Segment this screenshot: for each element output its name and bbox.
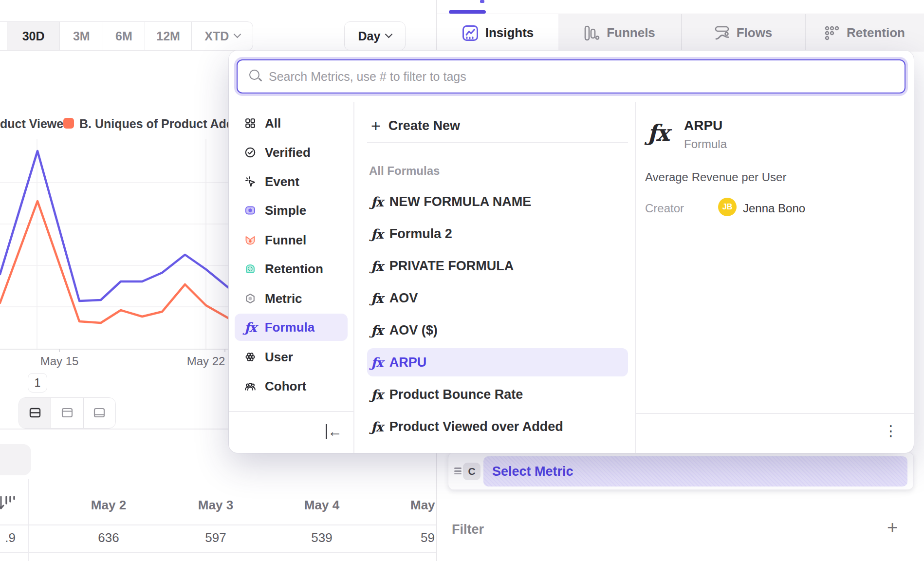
toolbar-icon-partial bbox=[480, 0, 484, 3]
formula-fx-icon: ƒx bbox=[371, 291, 383, 306]
metric-hexagon-icon bbox=[244, 293, 256, 304]
breakdown-tab-partial[interactable] bbox=[0, 444, 31, 475]
category-cohort[interactable]: Cohort bbox=[235, 373, 348, 400]
tab-funnels[interactable]: Funnels bbox=[558, 14, 681, 52]
layout-toggle-group bbox=[18, 397, 116, 429]
category-metric[interactable]: Metric bbox=[235, 285, 348, 312]
table-cell-partial: 59 bbox=[421, 530, 437, 545]
time-range-option-partial[interactable] bbox=[0, 22, 7, 50]
creator-avatar: JB bbox=[718, 198, 737, 216]
select-metric-label: Select Metric bbox=[492, 464, 573, 479]
create-new-button[interactable]: + Create New bbox=[367, 112, 628, 139]
category-label: User bbox=[265, 350, 293, 365]
category-label: Cohort bbox=[265, 379, 306, 394]
time-range-option-12m[interactable]: 12M bbox=[145, 22, 192, 50]
tab-flows[interactable]: Flows bbox=[681, 14, 805, 52]
formula-name: AOV bbox=[389, 291, 418, 306]
drag-handle-icon[interactable] bbox=[454, 466, 462, 476]
category-label: Event bbox=[265, 174, 299, 189]
tab-retention[interactable]: Retention bbox=[805, 14, 924, 52]
formulas-section-header: All Formulas bbox=[369, 164, 440, 178]
category-retention[interactable]: Retention bbox=[235, 255, 348, 282]
insights-chart-icon bbox=[462, 25, 479, 41]
category-label: Retention bbox=[265, 262, 323, 277]
picker-column-divider bbox=[635, 102, 636, 453]
kebab-menu-button[interactable]: ⋮ bbox=[880, 420, 902, 441]
category-all[interactable]: All bbox=[235, 110, 348, 137]
chevron-down-icon bbox=[234, 30, 241, 38]
category-formula[interactable]: ƒx Formula bbox=[235, 314, 348, 341]
layout-chart-view-button[interactable] bbox=[51, 398, 83, 428]
search-icon bbox=[249, 70, 259, 80]
formula-name: ARPU bbox=[389, 355, 427, 370]
table-cell: 636 bbox=[70, 530, 148, 545]
funnels-bars-icon bbox=[584, 25, 600, 41]
category-funnel[interactable]: Funnel bbox=[235, 226, 348, 254]
formula-fx-icon-large: ƒx bbox=[647, 120, 668, 146]
cohort-people-icon bbox=[244, 380, 256, 392]
table-header-may2[interactable]: May 2 bbox=[70, 498, 148, 513]
legend-item-b-label[interactable]: B. Uniques of Product Add bbox=[79, 117, 234, 131]
formula-name: Product Viewed over Added bbox=[389, 419, 563, 434]
clause-letter-badge[interactable]: C bbox=[463, 463, 480, 480]
pagination-page-1-button[interactable]: 1 bbox=[28, 373, 47, 393]
collapse-sidebar-button[interactable]: ← bbox=[323, 421, 345, 442]
formula-item[interactable]: ƒx AOV bbox=[367, 284, 628, 312]
time-range-option-6m[interactable]: 6M bbox=[103, 22, 145, 50]
detail-type: Formula bbox=[684, 137, 727, 151]
formula-name: NEW FORMULA NAME bbox=[389, 194, 531, 209]
formula-fx-icon: ƒx bbox=[371, 194, 383, 209]
layout-table-view-button[interactable] bbox=[84, 398, 115, 428]
formula-item[interactable]: ƒx Formula 2 bbox=[367, 220, 628, 248]
category-simple[interactable]: Simple bbox=[235, 197, 348, 224]
retention-arch-icon bbox=[244, 263, 256, 275]
metric-search-input[interactable] bbox=[269, 60, 897, 93]
table-header-may4[interactable]: May 4 bbox=[283, 498, 361, 513]
time-range-option-30d[interactable]: 30D bbox=[7, 22, 60, 50]
formula-item[interactable]: ƒx NEW FORMULA NAME bbox=[367, 187, 628, 216]
metric-search-box bbox=[237, 59, 906, 94]
formula-item[interactable]: ƒx PRIVATE FORMULA bbox=[367, 252, 628, 280]
table-row-divider bbox=[0, 552, 437, 553]
formula-item[interactable]: ƒx Product Bounce Rate bbox=[367, 380, 628, 409]
chart-view-icon bbox=[61, 407, 74, 419]
funnel-icon bbox=[244, 234, 256, 246]
category-verified[interactable]: Verified bbox=[235, 139, 348, 166]
formula-item-selected[interactable]: ƒx ARPU bbox=[367, 348, 628, 376]
category-user[interactable]: User bbox=[235, 343, 348, 371]
formula-name: Formula 2 bbox=[389, 226, 452, 242]
detail-footer-divider bbox=[635, 413, 914, 414]
creator-name: Jenna Bono bbox=[743, 202, 805, 215]
filter-section-label: Filter bbox=[452, 522, 484, 537]
x-axis-label: May 15 bbox=[35, 355, 84, 368]
table-header-partial[interactable]: May bbox=[410, 498, 437, 513]
series-line bbox=[0, 151, 230, 301]
table-column-divider bbox=[28, 479, 29, 561]
line-chart bbox=[0, 139, 234, 352]
formula-item[interactable]: ƒx AOV ($) bbox=[367, 316, 628, 344]
time-range-option-3m[interactable]: 3M bbox=[60, 22, 103, 50]
select-metric-dropzone[interactable]: Select Metric bbox=[483, 456, 907, 486]
formula-name: Product Bounce Rate bbox=[389, 387, 523, 402]
tab-insights[interactable]: Insights bbox=[437, 14, 558, 52]
table-cell: 597 bbox=[177, 530, 255, 545]
layout-split-view-button[interactable] bbox=[19, 398, 51, 428]
detail-title: ARPU bbox=[684, 118, 722, 133]
tab-label: Retention bbox=[847, 25, 905, 40]
formula-fx-icon: ƒx bbox=[371, 259, 383, 274]
legend-item-a-label[interactable]: duct Viewed bbox=[0, 117, 71, 131]
table-row-label-partial: .9 bbox=[0, 530, 16, 545]
time-range-option-xtd[interactable]: XTD bbox=[192, 22, 253, 50]
category-label: Simple bbox=[265, 203, 306, 218]
formula-item[interactable]: ƒx Product Viewed over Added bbox=[367, 412, 628, 441]
tab-label: Insights bbox=[485, 25, 534, 40]
category-label: All bbox=[265, 116, 281, 131]
category-event[interactable]: Event bbox=[235, 168, 348, 195]
granularity-dropdown[interactable]: Day bbox=[344, 21, 406, 51]
table-header-may3[interactable]: May 3 bbox=[177, 498, 255, 513]
sidebar-footer-divider bbox=[229, 411, 353, 412]
retention-dots-icon bbox=[824, 25, 840, 41]
add-filter-button[interactable]: + bbox=[887, 517, 898, 538]
sort-icon[interactable] bbox=[0, 494, 17, 512]
insights-report-page: 30D 3M 6M 12M XTD Day duct Viewed B. Uni… bbox=[0, 0, 924, 561]
